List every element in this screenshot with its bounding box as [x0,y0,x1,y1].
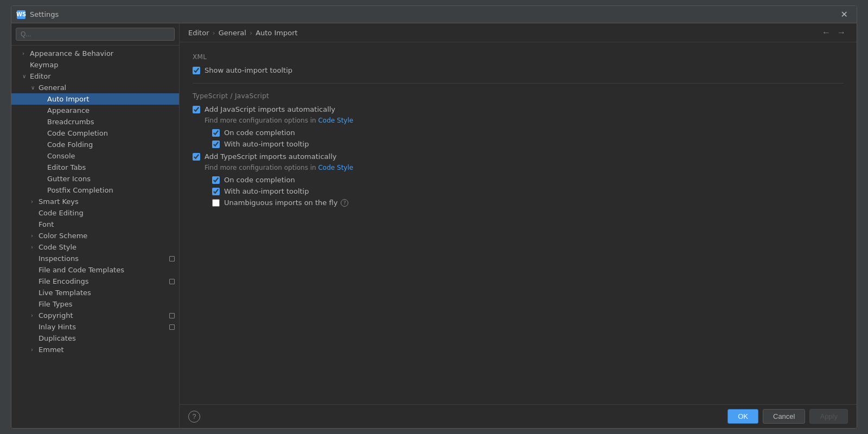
ts-add-js-checkbox[interactable] [193,106,200,113]
sidebar-item-copyright[interactable]: › Copyright [11,310,179,321]
sidebar-item-label: Auto Import [47,95,175,103]
ts-code-style-link-1[interactable]: Code Style [318,117,353,124]
ts-on-completion-1-label[interactable]: On code completion [224,129,295,137]
ts-code-style-link-2[interactable]: Code Style [318,164,353,171]
breadcrumb-auto-import: Auto Import [256,29,297,37]
sidebar-item-smart-keys[interactable]: › Smart Keys [11,196,179,207]
app-icon: WS [17,10,25,19]
ts-js-sub-group: On code completion With auto-import tool… [212,129,844,148]
settings-dialog: WS Settings ✕ › Appearance & Behavior Ke… [11,5,857,429]
ts-with-tooltip-2-checkbox[interactable] [212,188,220,195]
xml-section-title: XML [193,53,844,61]
ts-unambiguous-checkbox[interactable] [212,199,220,207]
sidebar-item-label: Console [47,152,175,160]
ts-unambiguous-row: Unambiguous imports on the fly ? [212,199,844,207]
badge-icon [169,279,175,284]
nav-buttons: ← → [820,28,848,37]
search-bar [11,23,179,46]
nav-back-button[interactable]: ← [820,28,833,37]
sidebar-item-file-code-templates[interactable]: File and Code Templates [11,264,179,276]
sidebar-item-label: Postfix Completion [47,186,175,194]
chevron-icon: ∨ [31,85,39,91]
sidebar-item-editor[interactable]: ∨ Editor [11,71,179,82]
help-icon[interactable]: ? [341,199,348,207]
main-content: › Appearance & Behavior Keymap ∨ Editor … [11,23,857,428]
sidebar-item-inspections[interactable]: Inspections [11,253,179,264]
ts-with-tooltip-2-label[interactable]: With auto-import tooltip [224,187,309,195]
ts-unambiguous-label[interactable]: Unambiguous imports on the fly [224,199,337,207]
sidebar-item-label: Gutter Icons [47,175,175,183]
sidebar-item-auto-import[interactable]: Auto Import [11,93,179,105]
sidebar: › Appearance & Behavior Keymap ∨ Editor … [11,23,180,428]
ts-on-completion-2-checkbox[interactable] [212,176,220,184]
sidebar-item-label: Duplicates [39,334,175,342]
sidebar-item-label: Breadcrumbs [47,118,175,126]
xml-show-tooltip-checkbox[interactable] [193,67,200,74]
sidebar-item-editor-tabs[interactable]: Editor Tabs [11,162,179,173]
sidebar-item-color-scheme[interactable]: › Color Scheme [11,230,179,241]
sidebar-item-label: Appearance [47,106,175,114]
right-panel: Editor › General › Auto Import ← → XML S… [180,23,857,428]
search-input[interactable] [16,28,175,41]
sidebar-item-label: Keymap [30,61,175,69]
bottom-bar: ? OK Cancel Apply [180,404,857,428]
chevron-icon: › [31,244,39,250]
sidebar-item-label: Code Style [39,243,175,251]
sidebar-item-code-completion[interactable]: Code Completion [11,127,179,139]
ts-config-text-1: Find more configuration options in Code … [205,117,844,124]
sidebar-item-label: Live Templates [39,289,175,297]
sidebar-item-emmet[interactable]: › Emmet [11,344,179,355]
ts-add-js-label[interactable]: Add JavaScript imports automatically [205,105,335,113]
sidebar-item-console[interactable]: Console [11,150,179,162]
sidebar-item-keymap[interactable]: Keymap [11,59,179,71]
ts-config-prefix-1: Find more configuration options in [205,117,318,124]
sidebar-item-code-folding[interactable]: Code Folding [11,139,179,150]
sidebar-item-code-style[interactable]: › Code Style [11,241,179,253]
sidebar-item-inlay-hints[interactable]: Inlay Hints [11,321,179,333]
sidebar-item-appearance[interactable]: Appearance [11,105,179,116]
ts-add-ts-label[interactable]: Add TypeScript imports automatically [205,152,336,161]
sidebar-item-code-editing[interactable]: Code Editing [11,207,179,219]
breadcrumb-sep-2: › [250,29,252,37]
sidebar-item-label: Color Scheme [39,232,175,240]
ts-with-tooltip-1-label[interactable]: With auto-import tooltip [224,140,309,148]
badge-icon [169,313,175,318]
sidebar-item-label: Font [39,220,175,228]
ts-ts-sub-group: On code completion With auto-import tool… [212,176,844,207]
sidebar-item-appearance-behavior[interactable]: › Appearance & Behavior [11,48,179,59]
sidebar-item-duplicates[interactable]: Duplicates [11,333,179,344]
sidebar-item-label: Appearance & Behavior [30,49,175,58]
sidebar-item-file-types[interactable]: File Types [11,298,179,310]
ok-button[interactable]: OK [727,409,758,424]
chevron-icon: › [31,347,39,353]
title-bar: WS Settings ✕ [11,6,857,23]
sidebar-item-label: Emmet [39,346,175,354]
badge-icon [169,256,175,261]
ts-add-ts-checkbox[interactable] [193,153,200,161]
sidebar-item-label: Code Folding [47,141,175,149]
sidebar-item-postfix-completion[interactable]: Postfix Completion [11,184,179,196]
ts-on-completion-2-label[interactable]: On code completion [224,176,295,184]
xml-show-tooltip-label[interactable]: Show auto-import tooltip [205,66,292,74]
help-button[interactable]: ? [188,411,200,423]
ts-with-tooltip-1-checkbox[interactable] [212,141,220,148]
sidebar-item-label: Inspections [39,254,167,263]
sidebar-item-font[interactable]: Font [11,219,179,230]
cancel-button[interactable]: Cancel [763,409,805,424]
sidebar-item-label: File Types [39,300,175,308]
chevron-icon: › [31,233,39,239]
sidebar-item-live-templates[interactable]: Live Templates [11,287,179,298]
sidebar-item-gutter-icons[interactable]: Gutter Icons [11,173,179,184]
sidebar-item-file-encodings[interactable]: File Encodings [11,276,179,287]
close-button[interactable]: ✕ [838,8,851,21]
apply-button[interactable]: Apply [809,409,848,424]
sidebar-item-breadcrumbs[interactable]: Breadcrumbs [11,116,179,127]
sidebar-item-general[interactable]: ∨ General [11,82,179,93]
sidebar-item-label: Inlay Hints [39,323,167,331]
sidebar-item-label: Copyright [39,311,167,320]
nav-forward-button[interactable]: → [835,28,848,37]
ts-on-completion-1-checkbox[interactable] [212,129,220,137]
breadcrumb-general: General [219,29,246,37]
ts-config-text-2: Find more configuration options in Code … [205,164,844,171]
settings-tree: › Appearance & Behavior Keymap ∨ Editor … [11,46,179,428]
